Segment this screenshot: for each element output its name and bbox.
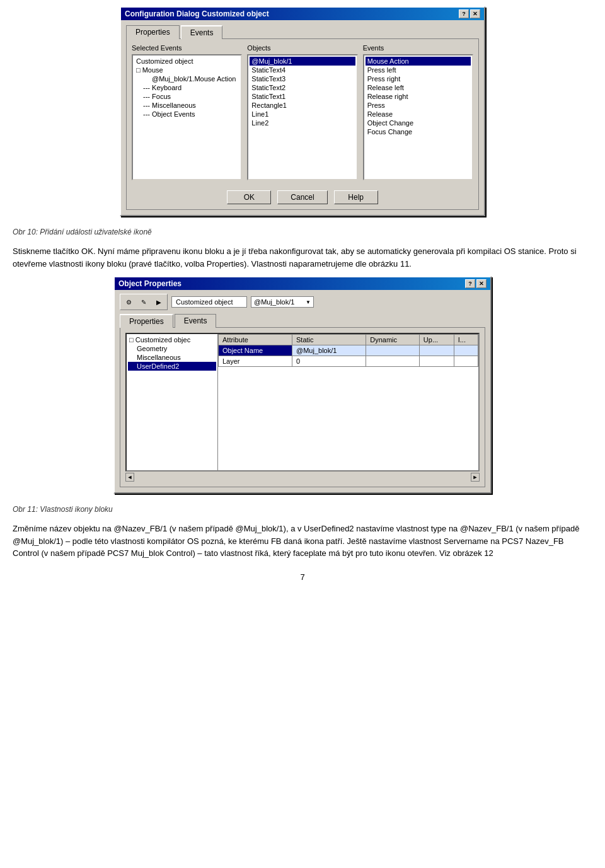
obj-props-title: Object Properties bbox=[118, 279, 465, 288]
scroll-right-btn[interactable]: ► bbox=[471, 473, 480, 482]
list-item[interactable]: Release right bbox=[366, 92, 471, 101]
object-properties-dialog: Object Properties ? ✕ ⚙ ✎ ▶ Customized o… bbox=[113, 276, 492, 494]
list-item[interactable]: □ Mouse bbox=[134, 66, 239, 74]
col-up: Up... bbox=[419, 335, 454, 345]
objects-header: Objects bbox=[247, 44, 357, 52]
cell-dynamic bbox=[366, 356, 420, 367]
list-item[interactable]: --- Keyboard bbox=[134, 83, 239, 92]
tree-item[interactable]: □ Customized objec bbox=[128, 335, 216, 344]
toolbar-icon-1[interactable]: ⚙ bbox=[122, 296, 135, 308]
help-button[interactable]: ? bbox=[459, 9, 469, 18]
config-dialog: Configuration Dialog Customized object ?… bbox=[120, 6, 485, 216]
list-item[interactable]: Customized object bbox=[134, 57, 239, 66]
col-attribute: Attribute bbox=[219, 335, 292, 345]
cell-i bbox=[454, 345, 478, 356]
dropdown-arrow-icon: ▼ bbox=[306, 299, 311, 305]
titlebar-buttons: ? ✕ bbox=[459, 9, 480, 18]
col-dynamic: Dynamic bbox=[366, 335, 420, 345]
events-list[interactable]: Mouse Action Press left Press right Rele… bbox=[363, 54, 473, 180]
table-row[interactable]: Object Name @Muj_blok/1 bbox=[219, 345, 478, 356]
tree-item[interactable]: Miscellaneous bbox=[128, 353, 216, 362]
list-item[interactable]: StaticText2 bbox=[250, 83, 355, 92]
body-text-2: Změníme název objektu na @Nazev_FB/1 (v … bbox=[13, 523, 592, 560]
table-row[interactable]: Layer 0 bbox=[219, 356, 478, 367]
caption2: Obr 11: Vlastnosti ikony bloku bbox=[13, 505, 592, 514]
dialog-buttons: OK Cancel Help bbox=[132, 187, 473, 204]
body-text-1: Stiskneme tlačítko OK. Nyní máme připrav… bbox=[13, 245, 592, 270]
list-item[interactable]: Release bbox=[366, 110, 471, 119]
list-item[interactable]: StaticText4 bbox=[250, 66, 355, 74]
tab-properties[interactable]: Properties bbox=[126, 25, 180, 39]
cancel-button[interactable]: Cancel bbox=[277, 190, 327, 204]
props-grid: Attribute Static Dynamic Up... I... Obje… bbox=[218, 334, 478, 470]
cell-static: @Muj_blok/1 bbox=[292, 345, 366, 356]
list-item[interactable]: Object Change bbox=[366, 119, 471, 127]
config-inner: Selected Events Customized object □ Mous… bbox=[132, 44, 473, 180]
col-static: Static bbox=[292, 335, 366, 345]
page-number: 7 bbox=[13, 572, 592, 582]
events-header: Events bbox=[363, 44, 473, 52]
close-button[interactable]: ✕ bbox=[470, 9, 480, 18]
cell-up bbox=[419, 345, 454, 356]
list-item[interactable]: --- Miscellaneous bbox=[134, 101, 239, 110]
tree-item-userdefined2[interactable]: UserDefined2 bbox=[128, 362, 216, 371]
obj-props-toolbar: ⚙ ✎ ▶ Customized object @Muj_blok/1 ▼ bbox=[120, 294, 485, 310]
selected-events-header: Selected Events bbox=[132, 44, 242, 52]
toolbar-dropdown[interactable]: @Muj_blok/1 ▼ bbox=[251, 296, 314, 308]
obj-props-tabs-row: Properties Events bbox=[120, 314, 485, 328]
obj-props-tab-properties[interactable]: Properties bbox=[120, 314, 173, 328]
obj-props-titlebar: Object Properties ? ✕ bbox=[115, 277, 490, 290]
list-item[interactable]: Focus Change bbox=[366, 127, 471, 136]
cell-attribute: Object Name bbox=[219, 345, 292, 356]
selected-events-list[interactable]: Customized object □ Mouse @Muj_blok/1.Mo… bbox=[132, 54, 242, 180]
props-table: Attribute Static Dynamic Up... I... Obje… bbox=[218, 334, 478, 367]
list-item[interactable]: Mouse Action bbox=[366, 57, 471, 66]
toolbar-dropdown-value: @Muj_blok/1 bbox=[254, 298, 294, 306]
list-item[interactable]: Rectangle1 bbox=[250, 101, 355, 110]
scrollbar-row: ◄ ► bbox=[125, 473, 480, 482]
toolbar-icon-3[interactable]: ▶ bbox=[152, 296, 166, 308]
props-tree[interactable]: □ Customized objec Geometry Miscellaneou… bbox=[127, 334, 218, 470]
config-dialog-body: Properties Events Selected Events Custom… bbox=[121, 20, 484, 215]
obj-props-tab-content: □ Customized objec Geometry Miscellaneou… bbox=[120, 327, 485, 487]
toolbar-label: Customized object bbox=[171, 296, 247, 308]
obj-props-tab-events[interactable]: Events bbox=[175, 314, 217, 328]
selected-events-panel: Selected Events Customized object □ Mous… bbox=[132, 44, 242, 180]
list-item[interactable]: StaticText3 bbox=[250, 74, 355, 83]
list-item[interactable]: Release left bbox=[366, 83, 471, 92]
list-item[interactable]: --- Object Events bbox=[134, 110, 239, 119]
list-item[interactable]: Press bbox=[366, 101, 471, 110]
list-item[interactable]: Line1 bbox=[250, 110, 355, 119]
config-dialog-titlebar: Configuration Dialog Customized object ?… bbox=[121, 8, 484, 20]
list-item[interactable]: @Muj_blok/1 bbox=[250, 57, 355, 66]
obj-props-close-btn[interactable]: ✕ bbox=[476, 279, 487, 288]
help-dialog-button[interactable]: Help bbox=[334, 190, 378, 204]
list-item[interactable]: --- Focus bbox=[134, 92, 239, 101]
config-dialog-title: Configuration Dialog Customized object bbox=[125, 9, 459, 18]
obj-props-body: ⚙ ✎ ▶ Customized object @Muj_blok/1 ▼ Pr… bbox=[115, 290, 490, 492]
body-text-1-content: Stiskneme tlačítko OK. Nyní máme připrav… bbox=[13, 246, 577, 269]
toolbar-icon-2[interactable]: ✎ bbox=[137, 296, 151, 308]
ok-button[interactable]: OK bbox=[227, 190, 271, 204]
caption1: Obr 10: Přidání události uživatelské iko… bbox=[13, 228, 592, 236]
obj-props-help-btn[interactable]: ? bbox=[465, 279, 475, 288]
scroll-left-btn[interactable]: ◄ bbox=[125, 473, 134, 482]
tab-content: Selected Events Customized object □ Mous… bbox=[126, 38, 479, 210]
tabs-row: Properties Events bbox=[126, 25, 479, 39]
props-main: □ Customized objec Geometry Miscellaneou… bbox=[125, 333, 480, 472]
obj-props-titlebar-buttons: ? ✕ bbox=[465, 279, 487, 288]
tab-events[interactable]: Events bbox=[181, 25, 223, 39]
cell-dynamic bbox=[366, 345, 420, 356]
tree-item[interactable]: Geometry bbox=[128, 344, 216, 353]
list-item[interactable]: Press right bbox=[366, 74, 471, 83]
cell-static: 0 bbox=[292, 356, 366, 367]
objects-panel: Objects @Muj_blok/1 StaticText4 StaticTe… bbox=[247, 44, 357, 180]
list-item[interactable]: Press left bbox=[366, 66, 471, 74]
events-panel: Events Mouse Action Press left Press rig… bbox=[363, 44, 473, 180]
cell-i bbox=[454, 356, 478, 367]
list-item[interactable]: Line2 bbox=[250, 119, 355, 127]
objects-list[interactable]: @Muj_blok/1 StaticText4 StaticText3 Stat… bbox=[247, 54, 357, 180]
list-item[interactable]: StaticText1 bbox=[250, 92, 355, 101]
cell-up bbox=[419, 356, 454, 367]
list-item[interactable]: @Muj_blok/1.Mouse Action bbox=[134, 74, 239, 83]
